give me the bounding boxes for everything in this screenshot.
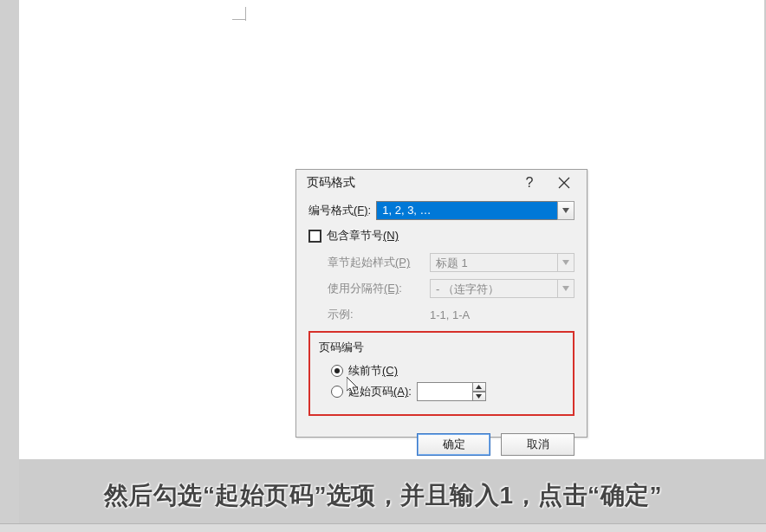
include-chapter-checkbox[interactable] [308, 230, 321, 243]
cancel-button[interactable]: 取消 [501, 433, 574, 456]
separator-combo: - （连字符） [430, 279, 574, 298]
app-left-gutter [0, 0, 19, 532]
chapter-subgroup: 章节起始样式(P) 标题 1 使用分隔符(E): - （连字符） [328, 251, 574, 326]
number-format-value: 1, 2, 3, … [376, 201, 557, 220]
ok-button[interactable]: 确定 [417, 433, 490, 456]
chapter-start-value: 标题 1 [430, 253, 557, 272]
dialog-button-row: 确定 取消 [296, 433, 587, 456]
separator-value: - （连字符） [430, 279, 557, 298]
chapter-start-combo: 标题 1 [430, 253, 574, 272]
spinner-up-button[interactable] [472, 382, 486, 392]
page-number-group-highlight: 页码编号 续前节(C) 起始页码(A): [308, 331, 574, 416]
chevron-down-icon [557, 201, 574, 220]
number-format-label: 编号格式(F): [308, 203, 371, 218]
separator-label: 使用分隔符(E): [328, 281, 430, 296]
tutorial-subtitle: 然后勾选“起始页码”选项，并且输入1，点击“确定” [0, 477, 766, 515]
svg-marker-4 [562, 286, 569, 291]
start-at-input[interactable] [417, 382, 472, 401]
continue-previous-radio[interactable] [331, 365, 343, 377]
dialog-close-button[interactable] [547, 171, 581, 195]
example-label: 示例: [328, 307, 430, 322]
start-at-radio-row[interactable]: 起始页码(A): [331, 381, 564, 402]
status-bar-strip [0, 523, 766, 532]
svg-marker-5 [476, 385, 482, 389]
spinner-down-button[interactable] [472, 392, 486, 401]
page-number-format-dialog: 页码格式 ? 编号格式(F): 1, 2, 3, … 包含章节号(N) [295, 169, 587, 438]
page-margin-mark [232, 0, 250, 24]
close-icon [558, 177, 570, 189]
continue-previous-label: 续前节(C) [348, 363, 398, 379]
chevron-down-icon [557, 253, 574, 272]
include-chapter-label: 包含章节号(N) [327, 228, 399, 243]
start-at-spinner[interactable] [417, 382, 486, 401]
dialog-content: 编号格式(F): 1, 2, 3, … 包含章节号(N) 章节起始样式(P) [296, 196, 587, 425]
dialog-title: 页码格式 [307, 175, 512, 191]
subtitle-text: 然后勾选“起始页码”选项，并且输入1，点击“确定” [104, 479, 662, 512]
include-chapter-row[interactable]: 包含章节号(N) [308, 225, 574, 246]
example-value: 1-1, 1-A [430, 308, 470, 321]
svg-marker-2 [562, 208, 569, 213]
start-at-label: 起始页码(A): [348, 384, 412, 399]
dialog-titlebar: 页码格式 ? [296, 170, 587, 196]
svg-marker-3 [562, 260, 569, 265]
chevron-down-icon [557, 279, 574, 298]
number-format-row: 编号格式(F): 1, 2, 3, … [308, 199, 574, 222]
page-number-group-title: 页码编号 [319, 340, 564, 355]
continue-previous-radio-row[interactable]: 续前节(C) [331, 360, 564, 381]
start-at-radio[interactable] [331, 386, 343, 398]
svg-marker-6 [476, 394, 482, 399]
dialog-help-button[interactable]: ? [512, 171, 547, 195]
number-format-combo[interactable]: 1, 2, 3, … [376, 201, 574, 220]
chapter-start-label: 章节起始样式(P) [328, 255, 430, 270]
